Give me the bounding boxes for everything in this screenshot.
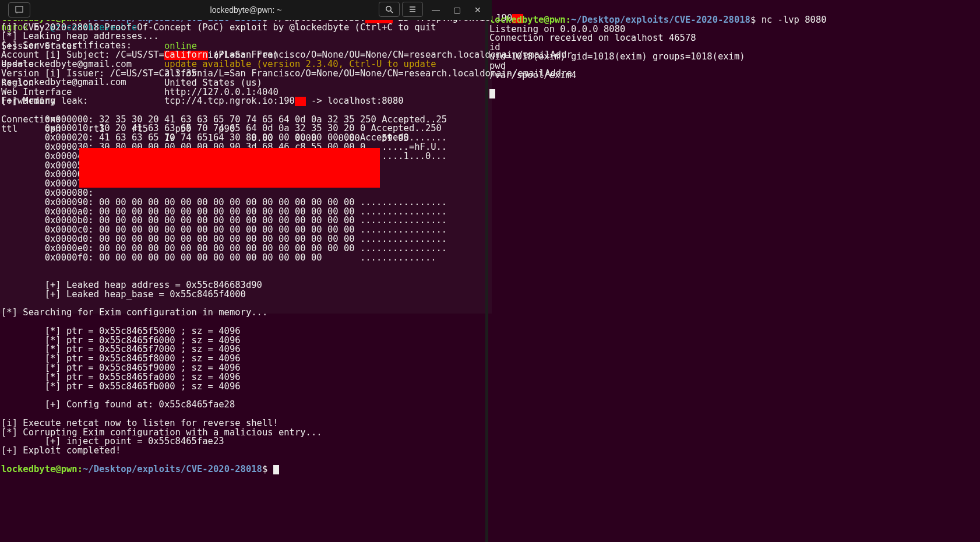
prompt-user: lockedbyte@pwn bbox=[1, 464, 77, 474]
terminal-left[interactable]: lockedbyte@pwn:~/Desktop/exploits/CVE-20… bbox=[0, 0, 485, 542]
netcat-output: Listening on 0.0.0.0 8080 Connection rec… bbox=[489, 25, 979, 80]
maximize-button[interactable]: ▢ bbox=[446, 2, 467, 18]
close-button[interactable]: ✕ bbox=[467, 2, 488, 18]
memory-hexdump: 0x000000: 32 35 30 20 41 63 63 65 70 74 … bbox=[1, 115, 484, 263]
cursor bbox=[489, 89, 495, 98]
command-text: nc -lvp 8080 bbox=[762, 15, 827, 25]
cursor bbox=[273, 465, 279, 474]
svg-line-3 bbox=[390, 10, 393, 13]
hamburger-icon[interactable] bbox=[402, 2, 423, 17]
exploit-output-2: [+] Leaked heap address = 0x55c846683d90… bbox=[1, 272, 484, 456]
terminal-netcat[interactable]: lockedbyte@pwn:~/Desktop/exploits/CVE-20… bbox=[488, 0, 980, 228]
redacted-memory-block bbox=[79, 148, 380, 188]
search-icon[interactable] bbox=[379, 2, 400, 17]
svg-point-2 bbox=[386, 6, 391, 11]
exploit-output: [i] CVE-2020-28018 Proof-Of-Concept (PoC… bbox=[1, 23, 484, 106]
window-titlebar[interactable]: lockedbyte@pwn: ~ — ▢ ✕ bbox=[0, 0, 492, 20]
minimize-button[interactable]: — bbox=[425, 2, 446, 18]
prompt-path: ~/Desktop/exploits/CVE-2020-28018 bbox=[83, 464, 262, 474]
